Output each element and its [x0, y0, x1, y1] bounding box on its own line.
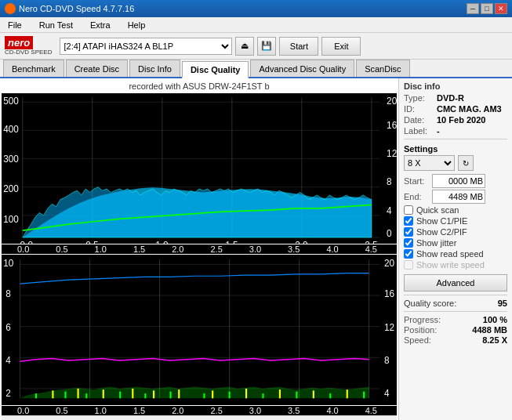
app-icon	[5, 3, 16, 14]
window-controls: ─ □ ✕	[467, 3, 507, 14]
menu-run-test[interactable]: Run Test	[34, 19, 78, 31]
show-read-speed-label: Show read speed	[416, 249, 484, 259]
svg-rect-61	[35, 393, 37, 398]
svg-rect-66	[169, 392, 171, 399]
advanced-button[interactable]: Advanced	[404, 274, 507, 291]
svg-text:10: 10	[3, 256, 13, 269]
main-content: recorded with ASUS DRW-24F1ST b 20 16 12…	[0, 78, 512, 420]
refresh-button[interactable]: ↻	[458, 155, 474, 171]
show-read-speed-checkbox[interactable]	[404, 249, 413, 259]
speed-label: Speed:	[404, 335, 431, 345]
show-jitter-label: Show jitter	[416, 238, 456, 248]
tab-create-disc[interactable]: Create Disc	[66, 60, 128, 77]
charts-container: 20 16 12 8 4 0 500 400 300 200 100	[2, 92, 397, 415]
tab-benchmark[interactable]: Benchmark	[3, 60, 64, 77]
upper-chart-svg: 20 16 12 8 4 0 500 400 300 200 100	[2, 93, 397, 244]
svg-text:4: 4	[384, 386, 390, 399]
x2-label-35: 3.5	[288, 406, 300, 415]
start-label: Start:	[404, 176, 429, 186]
quality-score-label: Quality score:	[404, 299, 456, 308]
show-c2pif-checkbox[interactable]	[404, 227, 413, 237]
svg-text:4: 4	[387, 205, 392, 215]
show-jitter-checkbox[interactable]	[404, 238, 413, 248]
show-write-speed-label: Show write speed	[416, 260, 485, 270]
save-icon-button[interactable]: 💾	[257, 37, 276, 56]
start-button[interactable]: Start	[279, 37, 318, 56]
x2-label-20: 2.0	[172, 406, 183, 415]
stats-bar: PI Errors Average: 46.10 Maximum: 229 To…	[2, 415, 397, 420]
right-panel: Disc info Type: DVD-R ID: CMC MAG. AM3 D…	[398, 78, 512, 420]
show-read-speed-row: Show read speed	[404, 249, 507, 259]
svg-text:20: 20	[384, 256, 394, 269]
maximize-button[interactable]: □	[481, 3, 493, 14]
svg-rect-56	[212, 390, 213, 398]
svg-text:400: 400	[3, 123, 19, 134]
svg-text:8: 8	[384, 353, 390, 366]
show-c1pie-label: Show C1/PIE	[416, 216, 467, 226]
quick-scan-row: Quick scan	[404, 205, 507, 215]
chart-area: recorded with ASUS DRW-24F1ST b 20 16 12…	[0, 78, 398, 420]
svg-text:8: 8	[387, 176, 392, 187]
x-label-25: 2.5	[210, 244, 222, 254]
quality-score-value: 95	[498, 299, 507, 308]
exit-button[interactable]: Exit	[321, 37, 361, 56]
settings-title: Settings	[404, 144, 507, 154]
svg-rect-57	[245, 389, 247, 398]
nero-logo: nero CD-DVD SPEED	[5, 36, 52, 56]
svg-rect-58	[279, 389, 281, 398]
title-text: Nero CD-DVD Speed 4.7.7.16	[19, 4, 134, 13]
svg-text:1.0: 1.0	[155, 239, 169, 244]
tab-scan-disc[interactable]: ScanDisc	[356, 60, 409, 77]
close-button[interactable]: ✕	[495, 3, 507, 14]
id-value: CMC MAG. AM3	[437, 104, 502, 114]
x2-label-10: 1.0	[95, 406, 107, 415]
svg-text:12: 12	[384, 320, 394, 333]
speed-value: 8.25 X	[482, 335, 507, 345]
x2-label-05: 0.5	[56, 406, 67, 415]
x-label-20: 2.0	[172, 244, 183, 254]
show-c1pie-checkbox[interactable]	[404, 216, 413, 226]
svg-text:2: 2	[5, 386, 11, 399]
svg-rect-70	[296, 392, 297, 399]
svg-text:2.0: 2.0	[295, 239, 308, 244]
end-label: End:	[404, 192, 429, 201]
svg-text:6: 6	[5, 320, 11, 333]
menu-extra[interactable]: Extra	[85, 19, 115, 31]
id-label: ID:	[404, 104, 434, 114]
quick-scan-label: Quick scan	[416, 205, 459, 215]
tab-advanced-disc-quality[interactable]: Advanced Disc Quality	[250, 60, 354, 77]
minimize-button[interactable]: ─	[467, 3, 479, 14]
end-input[interactable]	[432, 190, 485, 204]
start-input[interactable]	[432, 174, 485, 188]
drive-select[interactable]: [2:4] ATAPI iHAS324 A BL1P	[60, 38, 232, 55]
quick-scan-checkbox[interactable]	[404, 205, 413, 215]
lower-chart-svg: 10 8 6 4 2 20 16 12 8 4	[2, 255, 397, 405]
nero-brand: nero	[5, 36, 33, 49]
x2-label-40: 4.0	[326, 406, 338, 415]
x2-label-25: 2.5	[210, 406, 222, 415]
show-c2pif-label: Show C2/PIF	[416, 227, 467, 237]
x2-label-30: 3.0	[249, 406, 261, 415]
tab-disc-info[interactable]: Disc Info	[129, 60, 180, 77]
svg-rect-60	[347, 389, 348, 398]
quality-score-row: Quality score: 95	[404, 299, 507, 308]
svg-text:300: 300	[3, 154, 19, 165]
svg-text:16: 16	[384, 288, 394, 300]
menu-help[interactable]: Help	[123, 19, 151, 31]
progress-value: 100 %	[483, 315, 507, 324]
show-write-speed-checkbox[interactable]	[404, 260, 413, 270]
svg-text:500: 500	[3, 95, 19, 106]
speed-select[interactable]: 8 X Max 4 X	[404, 155, 455, 171]
lower-chart: 10 8 6 4 2 20 16 12 8 4	[2, 255, 397, 405]
disc-info-title: Disc info	[404, 81, 507, 91]
show-c1pie-row: Show C1/PIE	[404, 216, 507, 226]
tab-disc-quality[interactable]: Disc Quality	[182, 61, 249, 78]
svg-text:0: 0	[387, 228, 392, 239]
progress-label: Progress:	[404, 315, 441, 324]
svg-text:4: 4	[5, 353, 11, 366]
nero-subtitle: CD-DVD SPEED	[5, 49, 52, 56]
svg-rect-69	[262, 393, 263, 398]
eject-icon-button[interactable]: ⏏	[235, 37, 254, 56]
show-jitter-row: Show jitter	[404, 238, 507, 248]
menu-file[interactable]: File	[3, 19, 27, 31]
